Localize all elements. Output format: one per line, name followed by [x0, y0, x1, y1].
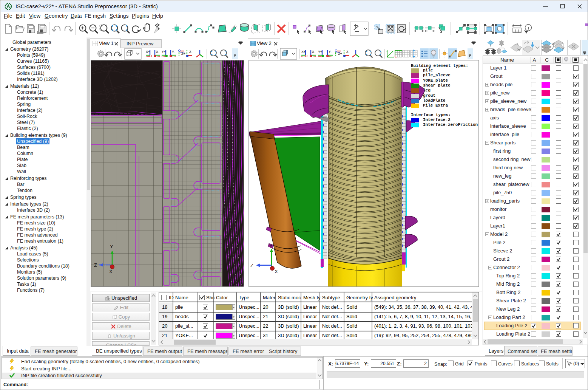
svg-text:Z: Z — [94, 262, 97, 268]
svg-text:Y: Y — [269, 243, 273, 249]
svg-text:X: X — [275, 269, 278, 274]
svg-text:X: X — [109, 269, 113, 274]
svg-text:Y: Y — [110, 244, 113, 249]
svg-text:Z: Z — [250, 263, 253, 268]
